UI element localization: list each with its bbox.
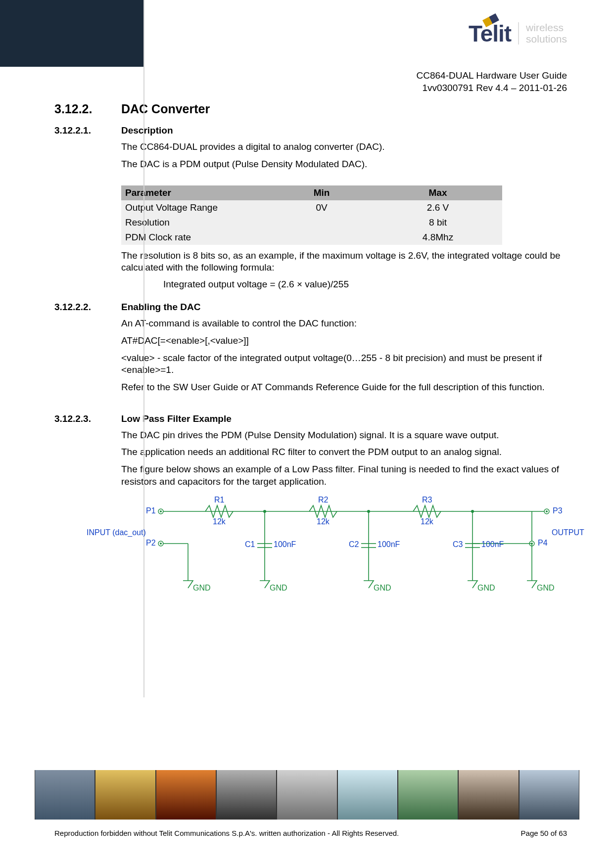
label-r1: R1 <box>214 496 224 504</box>
description-body: The CC864-DUAL provides a digital to ana… <box>121 141 567 170</box>
pin-p2: P2 <box>146 539 156 548</box>
table-header-row: Parameter Min Max <box>121 185 502 200</box>
svg-point-19 <box>367 510 370 513</box>
footer-image-strip <box>35 770 579 820</box>
label-gnd: GND <box>193 584 211 593</box>
paragraph: Refer to the SW User Guide or AT Command… <box>121 381 567 394</box>
brand-logo: Telit wireless solutions <box>143 0 614 67</box>
label-r2: R2 <box>318 496 328 504</box>
enabling-body: An AT-command is available to control th… <box>121 318 567 393</box>
footer-thumb <box>156 770 216 820</box>
brand-name: Telit <box>469 20 511 47</box>
paragraph: An AT-command is available to control th… <box>121 318 567 330</box>
pin-p3: P3 <box>553 506 563 515</box>
svg-point-15 <box>263 510 266 513</box>
heading-number: 3.12.2.2. <box>54 302 106 313</box>
document-revision: 1vv0300791 Rev 4.4 – 2011-01-26 <box>0 82 567 94</box>
svg-point-5 <box>160 510 162 512</box>
paragraph: The DAC is a PDM output (Pulse Density M… <box>121 158 567 171</box>
cell-min: 0V <box>270 200 374 215</box>
table-row: Output Voltage Range 0V 2.6 V <box>121 200 502 215</box>
footer-thumb <box>338 770 397 820</box>
svg-point-7 <box>160 543 162 545</box>
heading-3-12-2-3: 3.12.2.3. Low Pass Filter Example <box>54 413 567 424</box>
heading-text: Enabling the DAC <box>121 302 200 313</box>
paragraph: AT#DAC[=<enable>[,<value>]] <box>121 335 567 347</box>
paragraph: <value> - scale factor of the integrated… <box>121 352 567 376</box>
heading-3-12-2: 3.12.2. DAC Converter <box>54 102 567 116</box>
footer-copyright: Reproduction forbidden without Telit Com… <box>54 829 399 837</box>
heading-3-12-2-1: 3.12.2.1. Description <box>54 125 567 136</box>
pin-p1: P1 <box>146 506 156 515</box>
cell-max: 8 bit <box>374 215 502 230</box>
heading-text: Low Pass Filter Example <box>121 413 232 424</box>
output-label: OUTPUT <box>552 528 584 537</box>
paragraph: The application needs an additional RC f… <box>121 446 567 458</box>
cell-max: 4.8Mhz <box>374 230 502 245</box>
footer-thumb <box>35 770 94 820</box>
footer-thumb <box>398 770 458 820</box>
paragraph: The CC864-DUAL provides a digital to ana… <box>121 141 567 153</box>
cell-min <box>270 230 374 245</box>
footer-thumb <box>459 770 518 820</box>
label-gnd: GND <box>537 584 555 593</box>
value-r1: 12k <box>213 517 226 526</box>
pin-p4: P4 <box>538 539 548 548</box>
label-gnd: GND <box>374 584 391 593</box>
heading-3-12-2-2: 3.12.2.2. Enabling the DAC <box>54 302 567 313</box>
brand-tagline-2: solutions <box>526 34 567 45</box>
brand-tagline: wireless solutions <box>518 22 567 44</box>
svg-point-23 <box>471 510 474 513</box>
schematic-svg <box>101 497 596 610</box>
brand-tagline-1: wireless <box>526 22 567 33</box>
col-min: Min <box>270 185 374 200</box>
page-content: 3.12.2. DAC Converter 3.12.2.1. Descript… <box>0 94 614 610</box>
paragraph: The DAC pin drives the PDM (Pulse Densit… <box>121 429 567 442</box>
heading-number: 3.12.2.1. <box>54 125 106 136</box>
value-c1: 100nF <box>274 540 296 549</box>
label-gnd: GND <box>270 584 287 593</box>
table-row: PDM Clock rate 4.8Mhz <box>121 230 502 245</box>
heading-text: Description <box>121 125 173 136</box>
low-pass-filter-schematic: P1 P2 P3 P4 INPUT (dac_out) OUTPUT R1 R2… <box>101 497 527 610</box>
heading-text: DAC Converter <box>121 102 210 116</box>
lpf-body: The DAC pin drives the PDM (Pulse Densit… <box>121 429 567 488</box>
description-body-2: The resolution is 8 bits so, as an examp… <box>121 250 567 274</box>
col-max: Max <box>374 185 502 200</box>
label-gnd: GND <box>477 584 495 593</box>
footer-thumb <box>95 770 155 820</box>
value-r3: 12k <box>421 517 433 526</box>
page-footer: Reproduction forbidden without Telit Com… <box>54 829 567 837</box>
heading-number: 3.12.2.3. <box>54 413 106 424</box>
formula: Integrated output voltage = (2.6 × value… <box>163 279 567 290</box>
footer-thumb <box>520 770 579 820</box>
paragraph: The figure below shows an example of a L… <box>121 463 567 488</box>
heading-number: 3.12.2. <box>54 102 106 116</box>
value-r2: 12k <box>317 517 330 526</box>
label-c1: C1 <box>245 540 255 549</box>
parameter-table: Parameter Min Max Output Voltage Range 0… <box>121 185 502 245</box>
footer-page-number: Page 50 of 63 <box>521 829 567 837</box>
label-r3: R3 <box>422 496 432 504</box>
document-title: CC864-DUAL Hardware User Guide <box>0 70 567 82</box>
table-row: Resolution 8 bit <box>121 215 502 230</box>
label-c2: C2 <box>349 540 359 549</box>
input-label: INPUT (dac_out) <box>87 528 146 537</box>
cell-max: 2.6 V <box>374 200 502 215</box>
page-header: Telit wireless solutions <box>0 0 614 67</box>
document-meta: CC864-DUAL Hardware User Guide 1vv030079… <box>0 67 614 94</box>
header-accent-block <box>0 0 143 67</box>
footer-thumb <box>217 770 276 820</box>
svg-point-9 <box>546 510 548 512</box>
footer-thumb <box>277 770 336 820</box>
paragraph: The resolution is 8 bits so, as an examp… <box>121 250 567 274</box>
value-c3: 100nF <box>481 540 504 549</box>
value-c2: 100nF <box>378 540 400 549</box>
cell-min <box>270 215 374 230</box>
label-c3: C3 <box>453 540 463 549</box>
